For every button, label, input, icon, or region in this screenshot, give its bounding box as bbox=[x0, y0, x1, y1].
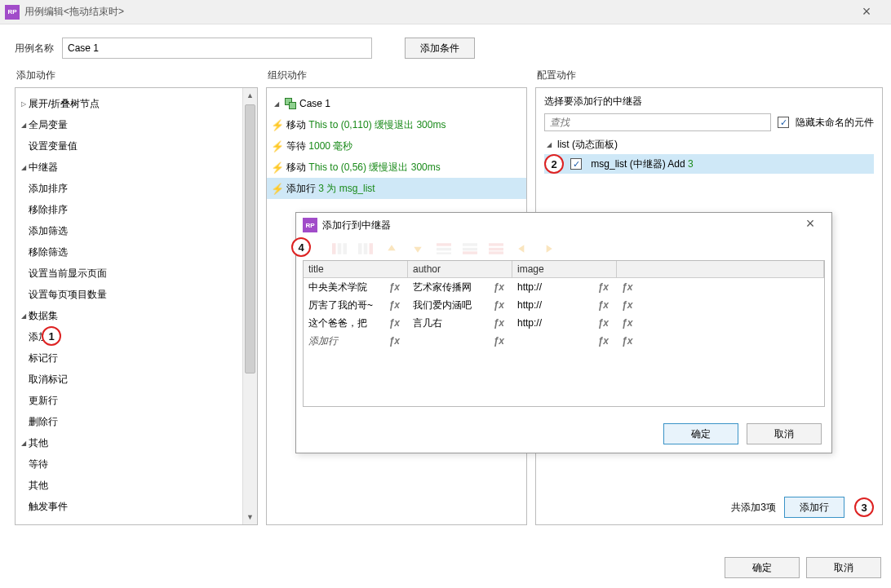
add-row-button[interactable]: 添加行 bbox=[784, 497, 844, 518]
cell-title[interactable]: 这个爸爸，把ƒx bbox=[304, 316, 408, 330]
fx-icon[interactable]: ƒx bbox=[494, 299, 508, 311]
fx-icon[interactable]: ƒx bbox=[389, 281, 403, 293]
modal-close-icon[interactable]: × bbox=[794, 215, 827, 232]
toolbar-delete-icon[interactable] bbox=[489, 243, 503, 254]
tree-item[interactable]: ▶设置当前显示页面 bbox=[16, 263, 257, 284]
modal-ok-button[interactable]: 确定 bbox=[663, 423, 738, 444]
cell-image[interactable]: http://ƒx bbox=[512, 299, 617, 311]
cell-author[interactable]: 艺术家传播网ƒx bbox=[408, 281, 512, 294]
tree-item[interactable]: ◢全局变量 bbox=[16, 114, 257, 135]
toolbar-move-right-icon[interactable] bbox=[541, 243, 556, 254]
cell-extra[interactable]: ƒx bbox=[617, 335, 824, 347]
cell-title[interactable]: 添加行ƒx bbox=[304, 334, 408, 348]
cell-title[interactable]: 厉害了我的哥~ƒx bbox=[304, 298, 408, 312]
table-row[interactable]: 厉害了我的哥~ƒx我们爱内涵吧ƒxhttp://ƒxƒx bbox=[304, 296, 824, 314]
column-header[interactable]: author bbox=[408, 261, 512, 277]
toolbar-add-right-icon[interactable] bbox=[358, 243, 373, 254]
cell-image[interactable]: ƒx bbox=[512, 335, 617, 347]
toolbar-add-left-icon[interactable] bbox=[332, 243, 347, 254]
table-row[interactable]: 这个爸爸，把ƒx言几右ƒxhttp://ƒxƒx bbox=[304, 314, 824, 332]
repeater-parent-row[interactable]: ◢list (动态面板) bbox=[544, 135, 874, 154]
tree-item[interactable]: ▶触发事件 bbox=[16, 496, 257, 517]
chevron-down-icon[interactable]: ◢ bbox=[20, 122, 29, 129]
fx-icon[interactable]: ƒx bbox=[598, 299, 612, 311]
cell-image[interactable]: http://ƒx bbox=[512, 317, 617, 329]
cell-author[interactable]: 言几右ƒx bbox=[408, 316, 512, 330]
fx-icon[interactable]: ƒx bbox=[389, 335, 403, 347]
tree-item[interactable]: ▶移除排序 bbox=[16, 199, 257, 220]
tree-item[interactable]: ▶设置每页项目数量 bbox=[16, 284, 257, 305]
fx-icon[interactable]: ƒx bbox=[598, 335, 612, 347]
hide-unnamed-checkbox[interactable]: ✓ bbox=[778, 117, 789, 128]
tree-item[interactable]: ▶取消标记 bbox=[16, 369, 257, 390]
column-header[interactable]: image bbox=[512, 261, 617, 277]
tree-item[interactable]: ◢中继器 bbox=[16, 157, 257, 178]
action-row[interactable]: ⚡移动 This to (0,56) 缓慢退出 300ms bbox=[267, 157, 526, 178]
fx-icon[interactable]: ƒx bbox=[494, 317, 508, 329]
tree-item[interactable]: ▶删除行 bbox=[16, 411, 257, 432]
toolbar-move-down-icon[interactable] bbox=[410, 243, 425, 254]
cell-author[interactable]: 我们爱内涵吧ƒx bbox=[408, 298, 512, 312]
chevron-down-icon[interactable]: ◢ bbox=[545, 141, 554, 148]
tree-item[interactable]: ▶其他 bbox=[16, 475, 257, 496]
modal-cancel-button[interactable]: 取消 bbox=[747, 423, 822, 444]
column-header[interactable]: title bbox=[304, 261, 408, 277]
add-row-placeholder[interactable]: 添加行ƒxƒxƒxƒx bbox=[304, 332, 824, 350]
cell-extra[interactable]: ƒx bbox=[617, 299, 824, 311]
cancel-button[interactable]: 取消 bbox=[806, 557, 881, 578]
fx-icon[interactable]: ƒx bbox=[622, 317, 636, 329]
ok-button[interactable]: 确定 bbox=[725, 557, 800, 578]
tree-item[interactable]: ▶标记行 bbox=[16, 347, 257, 369]
chevron-down-icon[interactable]: ◢ bbox=[20, 440, 29, 447]
fx-icon[interactable]: ƒx bbox=[389, 299, 403, 311]
tree-item[interactable]: ▶设置变量值 bbox=[16, 135, 257, 157]
repeater-child-row[interactable]: ✓ msg_list (中继器) Add 32 bbox=[544, 154, 874, 174]
fx-icon[interactable]: ƒx bbox=[598, 317, 612, 329]
tree-item[interactable]: ▶更新行 bbox=[16, 390, 257, 411]
search-input[interactable] bbox=[544, 113, 771, 131]
action-row[interactable]: ⚡等待 1000 毫秒 bbox=[267, 135, 526, 157]
tree-item[interactable]: ▶移除筛选 bbox=[16, 241, 257, 263]
tree-item[interactable]: ▶添加排序 bbox=[16, 178, 257, 199]
case-name-input[interactable] bbox=[62, 38, 372, 59]
scroll-thumb[interactable] bbox=[245, 104, 255, 374]
cell-extra[interactable]: ƒx bbox=[617, 281, 824, 293]
scroll-up-icon[interactable]: ▲ bbox=[243, 88, 257, 103]
chevron-down-icon[interactable]: ◢ bbox=[20, 312, 29, 320]
toolbar-move-left-icon[interactable] bbox=[515, 243, 530, 254]
close-icon[interactable]: × bbox=[850, 3, 883, 20]
table-row[interactable]: 中央美术学院ƒx艺术家传播网ƒxhttp://ƒxƒx bbox=[304, 278, 824, 296]
cell-author[interactable]: ƒx bbox=[408, 335, 512, 347]
cell-title[interactable]: 中央美术学院ƒx bbox=[304, 281, 408, 294]
toolbar-add-row-below-icon[interactable] bbox=[463, 243, 477, 254]
chevron-down-icon[interactable]: ◢ bbox=[20, 164, 29, 171]
fx-icon[interactable]: ƒx bbox=[622, 335, 636, 347]
fx-icon[interactable]: ƒx bbox=[494, 281, 508, 293]
tree-item-label: 其他 bbox=[29, 479, 48, 493]
column-header[interactable] bbox=[617, 261, 824, 277]
cell-image[interactable]: http://ƒx bbox=[512, 281, 617, 293]
action-row[interactable]: ⚡添加行 3 为 msg_list bbox=[267, 178, 526, 199]
tree-item[interactable]: ▷展开/折叠树节点 bbox=[16, 93, 257, 114]
add-condition-button[interactable]: 添加条件 bbox=[405, 38, 475, 59]
toolbar-move-up-icon[interactable] bbox=[384, 243, 399, 254]
case-row[interactable]: ◢ Case 1 bbox=[267, 93, 526, 114]
toolbar-add-row-above-icon[interactable] bbox=[437, 243, 451, 254]
scrollbar-vertical[interactable]: ▲ ▼ bbox=[242, 88, 257, 524]
fx-icon[interactable]: ƒx bbox=[598, 281, 612, 293]
repeater-checkbox[interactable]: ✓ bbox=[570, 158, 582, 170]
chevron-right-icon[interactable]: ▷ bbox=[20, 100, 29, 108]
tree-item[interactable]: ◢数据集 bbox=[16, 305, 257, 326]
fx-icon[interactable]: ƒx bbox=[622, 299, 636, 311]
tree-item[interactable]: ▶添加行1 bbox=[16, 326, 257, 347]
chevron-down-icon[interactable]: ◢ bbox=[273, 100, 281, 108]
cell-extra[interactable]: ƒx bbox=[617, 317, 824, 329]
tree-item[interactable]: ▶添加筛选 bbox=[16, 220, 257, 241]
action-row[interactable]: ⚡移动 This to (0,110) 缓慢退出 300ms bbox=[267, 114, 526, 135]
fx-icon[interactable]: ƒx bbox=[622, 281, 636, 293]
fx-icon[interactable]: ƒx bbox=[389, 317, 403, 329]
fx-icon[interactable]: ƒx bbox=[494, 335, 508, 347]
tree-item[interactable]: ◢其他 bbox=[16, 432, 257, 453]
tree-item[interactable]: ▶等待 bbox=[16, 453, 257, 475]
scroll-down-icon[interactable]: ▼ bbox=[243, 510, 257, 524]
